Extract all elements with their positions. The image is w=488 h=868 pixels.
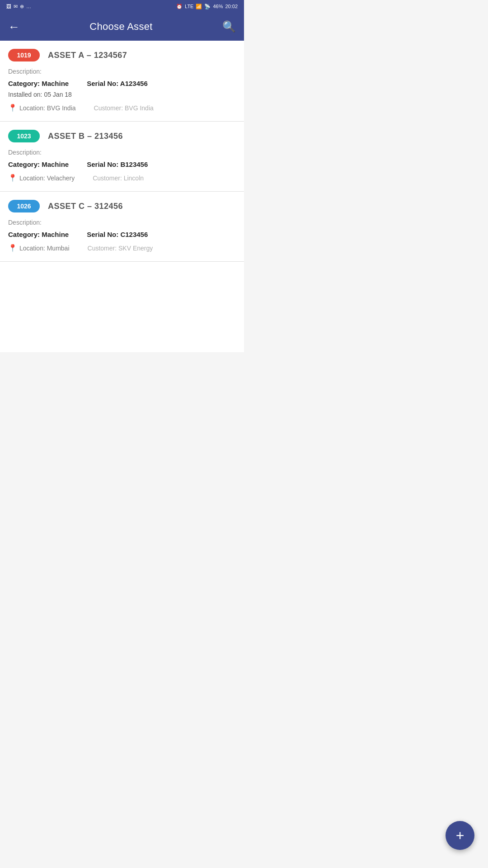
- page-title: Choose Asset: [89, 21, 152, 33]
- location-icon-1019: 📍: [8, 104, 17, 112]
- asset-name-1023: ASSET B – 213456: [48, 132, 123, 141]
- asset-customer-1026: Customer: SKV Energy: [88, 245, 153, 252]
- status-right-info: ⏰ LTE 📶 📡 46% 20:02: [176, 4, 238, 9]
- asset-header-1023: 1023 ASSET B – 213456: [8, 130, 236, 142]
- asset-card-1026[interactable]: 1026 ASSET C – 312456 Description: Categ…: [0, 192, 244, 262]
- asset-description-1019: Description:: [8, 68, 236, 75]
- asset-location-1026: 📍 Location: Mumbai: [8, 244, 70, 252]
- alarm-icon: ⏰: [176, 4, 183, 9]
- asset-location-1023: 📍 Location: Velachery: [8, 174, 75, 182]
- asset-serial-1019: Serial No: A123456: [87, 80, 148, 87]
- asset-name-1019: ASSET A – 1234567: [48, 51, 127, 60]
- asset-footer-1023: 📍 Location: Velachery Customer: Lincoln: [8, 174, 236, 182]
- asset-name-1026: ASSET C – 312456: [48, 202, 123, 211]
- asset-installed-1019: Installed on: 05 Jan 18: [8, 91, 236, 98]
- gmail-icon: ✉: [14, 4, 18, 9]
- location-text-1019: Location: BVG India: [19, 104, 76, 112]
- asset-card-1019[interactable]: 1019 ASSET A – 1234567 Description: Cate…: [0, 41, 244, 122]
- asset-card-1023[interactable]: 1023 ASSET B – 213456 Description: Categ…: [0, 122, 244, 192]
- circle-icon: ⊕: [20, 4, 24, 9]
- asset-description-1023: Description:: [8, 149, 236, 156]
- asset-category-1019: Category: Machine: [8, 80, 69, 87]
- asset-header-1019: 1019 ASSET A – 1234567: [8, 49, 236, 61]
- asset-badge-1023: 1023: [8, 130, 40, 142]
- location-text-1026: Location: Mumbai: [19, 245, 70, 252]
- asset-customer-1023: Customer: Lincoln: [93, 175, 144, 182]
- signal-icon: 📡: [204, 4, 211, 9]
- asset-footer-1026: 📍 Location: Mumbai Customer: SKV Energy: [8, 244, 236, 252]
- image-icon: 🖼: [6, 4, 11, 9]
- asset-meta-1019: Category: Machine Serial No: A123456: [8, 80, 236, 87]
- asset-badge-1019: 1019: [8, 49, 40, 61]
- asset-meta-1026: Category: Machine Serial No: C123456: [8, 231, 236, 238]
- status-left-icons: 🖼 ✉ ⊕ …: [6, 4, 31, 9]
- location-text-1023: Location: Velachery: [19, 175, 75, 182]
- time-label: 20:02: [225, 4, 238, 9]
- asset-list: 1019 ASSET A – 1234567 Description: Cate…: [0, 41, 244, 352]
- asset-location-1019: 📍 Location: BVG India: [8, 104, 76, 112]
- asset-category-1023: Category: Machine: [8, 160, 69, 168]
- asset-serial-1026: Serial No: C123456: [87, 231, 148, 238]
- asset-category-1026: Category: Machine: [8, 231, 69, 238]
- more-icon: …: [26, 4, 31, 9]
- wifi-icon: 📶: [196, 4, 202, 9]
- asset-serial-1023: Serial No: B123456: [87, 160, 148, 168]
- asset-meta-1023: Category: Machine Serial No: B123456: [8, 160, 236, 168]
- battery-label: 46%: [213, 4, 223, 9]
- asset-badge-1026: 1026: [8, 200, 40, 212]
- location-icon-1023: 📍: [8, 174, 17, 182]
- asset-header-1026: 1026 ASSET C – 312456: [8, 200, 236, 212]
- asset-description-1026: Description:: [8, 219, 236, 226]
- asset-customer-1019: Customer: BVG India: [94, 104, 154, 112]
- back-button[interactable]: ←: [8, 20, 20, 34]
- app-header: ← Choose Asset 🔍: [0, 13, 244, 41]
- lte-label: LTE: [185, 4, 193, 9]
- location-icon-1026: 📍: [8, 244, 17, 252]
- status-bar: 🖼 ✉ ⊕ … ⏰ LTE 📶 📡 46% 20:02: [0, 0, 244, 13]
- empty-space: [0, 262, 244, 352]
- asset-footer-1019: 📍 Location: BVG India Customer: BVG Indi…: [8, 104, 236, 112]
- search-button[interactable]: 🔍: [222, 20, 236, 33]
